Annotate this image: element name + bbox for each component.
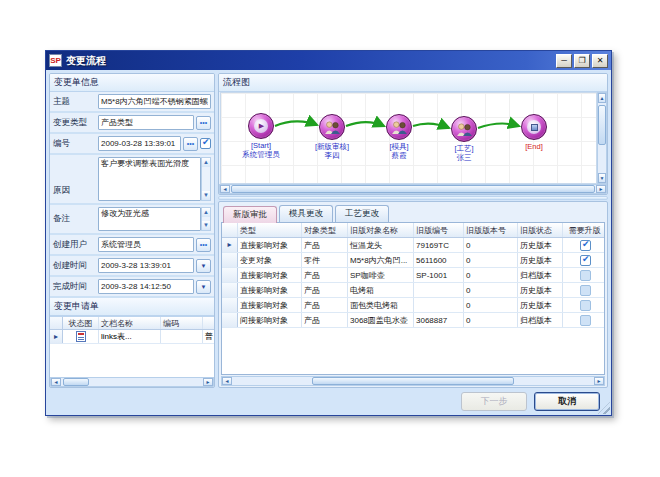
note-scrollbar[interactable]: ▲ ▼ xyxy=(201,207,211,231)
flow-node-craft[interactable] xyxy=(451,116,477,142)
finished-time-label: 完成时间 xyxy=(53,281,98,293)
scroll-down-icon[interactable]: ▼ xyxy=(202,191,210,200)
people-icon xyxy=(324,121,341,134)
created-time-row: 创建时间 ▼ xyxy=(50,256,214,277)
scroll-up-icon[interactable]: ▲ xyxy=(202,158,210,167)
creator-input[interactable] xyxy=(98,237,194,252)
need-upgrade-checkbox[interactable] xyxy=(580,240,591,251)
reason-scrollbar[interactable]: ▲ ▼ xyxy=(201,157,211,201)
cancel-button[interactable]: 取消 xyxy=(534,392,600,411)
scroll-left-icon[interactable]: ◄ xyxy=(222,377,232,385)
table-row[interactable]: ▸ 直接影响对象 产品 恒温龙头 79169TC 0 历史版本 xyxy=(222,238,604,253)
minimize-button[interactable]: ─ xyxy=(556,54,572,68)
need-upgrade-checkbox[interactable] xyxy=(580,255,591,266)
tab-craft-change[interactable]: 工艺更改 xyxy=(335,205,389,222)
number-checkbox[interactable] xyxy=(200,138,211,149)
flow-node-start[interactable]: ▶ xyxy=(248,113,274,139)
right-panel: 流程图 xyxy=(218,73,608,388)
scrollbar-thumb[interactable] xyxy=(231,185,595,193)
number-label: 编号 xyxy=(53,138,98,150)
doc-name-column-header[interactable]: 文档名称 xyxy=(99,317,161,329)
need-upgrade-checkbox[interactable] xyxy=(580,270,591,281)
flow-hscrollbar[interactable]: ◄ ► xyxy=(219,184,607,194)
col-old-code[interactable]: 旧版编号 xyxy=(414,223,464,237)
scroll-right-icon[interactable]: ► xyxy=(594,377,604,385)
table-row[interactable]: 变更对象 零件 M5*8内六角凹... 5611600 0 历史版本 M5*8 xyxy=(222,253,604,268)
need-upgrade-checkbox[interactable] xyxy=(580,285,591,296)
flow-node-end-label: [End] xyxy=(494,142,574,151)
scroll-down-icon[interactable]: ▼ xyxy=(202,221,210,230)
flow-node-end[interactable] xyxy=(521,114,547,140)
flow-node-mold[interactable] xyxy=(386,114,412,140)
table-row[interactable]: 直接影响对象 产品 电烤箱 0 历史版本 xyxy=(222,283,604,298)
col-old-status[interactable]: 旧版状态 xyxy=(518,223,563,237)
flow-chart-canvas[interactable]: ▶ [Start]系统管理员 xyxy=(220,92,597,184)
flow-chart-header: 流程图 xyxy=(219,74,607,92)
close-button[interactable]: ✕ xyxy=(592,54,608,68)
scrollbar-thumb[interactable] xyxy=(598,105,606,145)
table-row[interactable]: 间接影响对象 产品 3068圆盖电水壶 3068887 0 归档版本 xyxy=(222,313,604,328)
scroll-down-icon[interactable]: ▼ xyxy=(598,173,606,183)
maximize-button[interactable]: ❐ xyxy=(574,54,590,68)
table-row[interactable]: 直接影响对象 产品 面包类电烤箱 0 历史版本 xyxy=(222,298,604,313)
request-grid-header: 状态图 文档名称 编码 xyxy=(50,317,214,330)
code-column-header[interactable]: 编码 xyxy=(161,317,203,329)
creator-picker-icon[interactable]: ••• xyxy=(196,238,211,252)
panel-splitter[interactable] xyxy=(218,196,608,200)
row-selector-arrow: ▸ xyxy=(227,240,231,250)
scroll-left-icon[interactable]: ◄ xyxy=(51,378,61,386)
number-row: 编号 ••• xyxy=(50,134,214,155)
number-input[interactable] xyxy=(98,136,181,151)
scroll-left-icon[interactable]: ◄ xyxy=(220,185,230,193)
scroll-up-icon[interactable]: ▲ xyxy=(202,208,210,217)
status-column-header[interactable]: 状态图 xyxy=(63,317,99,329)
finished-time-dropdown-icon[interactable]: ▼ xyxy=(196,280,211,294)
tab-new-version-approval[interactable]: 新版审批 xyxy=(223,206,277,223)
document-icon xyxy=(76,331,86,342)
reason-row: 原因 客户要求调整表面光滑度 ▲ ▼ xyxy=(50,155,214,205)
people-icon xyxy=(391,121,408,134)
desktop: SP 变更流程 ─ ❐ ✕ 变更单信息 主题 变更类型 ••• xyxy=(0,0,660,477)
objects-table: 类型 对象类型 旧版对象名称 旧版编号 旧版版本号 旧版状态 需要升版 新版 ▸ xyxy=(221,222,605,375)
note-row: 备注 修改为亚光感 ▲ ▼ xyxy=(50,205,214,235)
next-button[interactable]: 下一步 xyxy=(461,392,527,411)
play-icon: ▶ xyxy=(259,122,264,130)
subject-input[interactable] xyxy=(98,94,211,109)
number-picker-icon[interactable]: ••• xyxy=(183,137,198,151)
created-time-dropdown-icon[interactable]: ▼ xyxy=(196,259,211,273)
request-grid-hscrollbar[interactable]: ◄ ► xyxy=(50,377,214,387)
note-label: 备注 xyxy=(53,213,98,225)
change-type-picker-icon[interactable]: ••• xyxy=(196,116,211,130)
created-time-input[interactable] xyxy=(98,258,194,273)
extra-cell: 普 xyxy=(203,330,214,343)
scroll-up-icon[interactable]: ▲ xyxy=(598,93,606,103)
flow-chart-group: 流程图 xyxy=(218,73,608,195)
flow-node-review[interactable] xyxy=(319,114,345,140)
reason-textarea[interactable]: 客户要求调整表面光滑度 xyxy=(98,157,201,201)
change-type-input[interactable] xyxy=(98,115,194,130)
table-hscrollbar[interactable]: ◄ ► xyxy=(221,376,605,386)
scrollbar-thumb[interactable] xyxy=(63,378,89,386)
tab-mold-change[interactable]: 模具更改 xyxy=(279,205,333,222)
col-old-name[interactable]: 旧版对象名称 xyxy=(348,223,414,237)
need-upgrade-checkbox[interactable] xyxy=(580,300,591,311)
note-textarea[interactable]: 修改为亚光感 xyxy=(98,207,201,231)
change-order-info-panel: 变更单信息 主题 变更类型 ••• 编号 ••• xyxy=(49,73,215,388)
row-selector-arrow: ▸ xyxy=(54,332,58,342)
reason-label: 原因 xyxy=(53,185,98,201)
need-upgrade-checkbox[interactable] xyxy=(580,315,591,326)
col-old-version[interactable]: 旧版版本号 xyxy=(464,223,518,237)
scroll-right-icon[interactable]: ► xyxy=(203,378,213,386)
table-row[interactable]: 直接影响对象 产品 SP咖啡壶 SP-1001 0 归档版本 SP咖 xyxy=(222,268,604,283)
col-object-type[interactable]: 对象类型 xyxy=(302,223,348,237)
col-need-upgrade[interactable]: 需要升版 xyxy=(563,223,605,237)
change-order-info-header: 变更单信息 xyxy=(50,74,214,92)
request-grid-row[interactable]: ▸ links表... 普 xyxy=(50,330,214,344)
scrollbar-thumb[interactable] xyxy=(312,377,515,385)
finished-time-input[interactable] xyxy=(98,279,194,294)
col-type[interactable]: 类型 xyxy=(238,223,302,237)
people-icon xyxy=(456,123,473,136)
scroll-right-icon[interactable]: ► xyxy=(596,185,606,193)
flow-vscrollbar[interactable]: ▲ ▼ xyxy=(597,92,607,184)
titlebar[interactable]: SP 变更流程 ─ ❐ ✕ xyxy=(46,51,611,70)
